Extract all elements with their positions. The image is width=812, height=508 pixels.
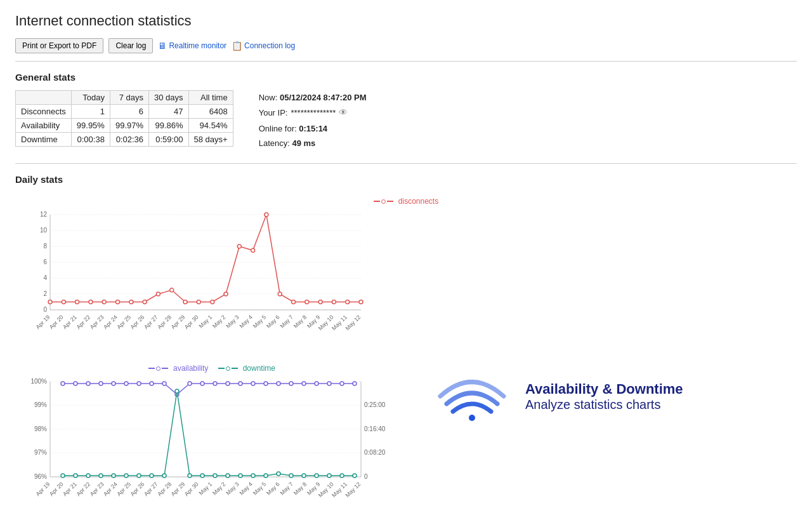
- cell-2-2: 0:02:36: [110, 133, 148, 147]
- svg-point-16: [48, 300, 52, 304]
- svg-text:2: 2: [43, 290, 47, 297]
- svg-point-116: [200, 474, 204, 478]
- bottom-row: availability downtime: [15, 352, 797, 508]
- svg-text:Apr 30: Apr 30: [183, 481, 200, 498]
- chart-grid: [50, 215, 361, 310]
- svg-point-117: [213, 474, 217, 478]
- log-icon: 📋: [232, 41, 242, 51]
- svg-point-102: [327, 382, 331, 385]
- svg-point-108: [99, 474, 103, 478]
- disconnects-dots: [48, 213, 363, 304]
- svg-point-89: [162, 382, 166, 385]
- svg-point-118: [226, 474, 230, 478]
- svg-point-39: [359, 300, 363, 304]
- online-value: 0:15:14: [299, 124, 327, 133]
- svg-text:May 1: May 1: [198, 481, 213, 497]
- cell-1-2: 99.97%: [110, 119, 148, 133]
- svg-text:0:08:20: 0:08:20: [364, 449, 386, 456]
- promo-text: Availability & Downtime Analyze statisti…: [525, 381, 683, 412]
- svg-text:Apr 28: Apr 28: [156, 314, 173, 331]
- svg-point-88: [150, 382, 154, 385]
- print-export-button[interactable]: Print or Export to PDF: [15, 38, 103, 53]
- svg-point-127: [340, 474, 344, 478]
- svg-text:Apr 20: Apr 20: [48, 314, 65, 331]
- svg-text:Apr 24: Apr 24: [102, 314, 119, 331]
- svg-point-119: [239, 474, 242, 478]
- svg-point-84: [99, 382, 103, 385]
- stats-divider: [15, 163, 797, 164]
- wifi-promo-icon: [434, 364, 510, 428]
- svg-text:Apr 29: Apr 29: [170, 314, 187, 331]
- availability-chart-container: availability downtime: [15, 362, 409, 508]
- col-header-alltime: All time: [188, 91, 233, 105]
- svg-text:May 7: May 7: [279, 314, 294, 330]
- page-title: Internet connection statistics: [15, 13, 797, 29]
- table-header-row: Today 7 days 30 days All time: [16, 91, 233, 105]
- cell-1-0: Availability: [16, 119, 72, 133]
- svg-text:0:25:00: 0:25:00: [364, 401, 386, 408]
- svg-text:Apr 28: Apr 28: [156, 481, 173, 498]
- svg-point-114: [175, 389, 179, 393]
- svg-point-120: [251, 474, 255, 478]
- toolbar-divider: [15, 61, 797, 62]
- promo-block: Availability & Downtime Analyze statisti…: [434, 364, 683, 428]
- svg-text:Apr 19: Apr 19: [35, 481, 51, 498]
- svg-point-36: [318, 300, 322, 304]
- svg-point-20: [102, 300, 106, 304]
- downtime-line: [63, 391, 355, 476]
- svg-point-106: [74, 474, 77, 478]
- svg-text:May 5: May 5: [252, 481, 267, 497]
- svg-text:Apr 30: Apr 30: [183, 314, 200, 331]
- svg-point-124: [302, 474, 306, 478]
- svg-point-125: [315, 474, 318, 478]
- stats-table-body: Disconnects16476408Availability99.95%99.…: [16, 105, 233, 147]
- svg-text:99%: 99%: [34, 401, 47, 408]
- downtime-legend-label: downtime: [243, 364, 275, 373]
- svg-point-112: [150, 474, 154, 478]
- svg-text:May 6: May 6: [265, 314, 280, 330]
- svg-point-83: [86, 382, 90, 385]
- col-header-7days: 7 days: [110, 91, 148, 105]
- online-row: Online for: 0:15:14: [259, 121, 367, 136]
- cell-0-2: 6: [110, 105, 148, 119]
- svg-point-110: [124, 474, 128, 478]
- connection-log-link[interactable]: 📋 Connection log: [232, 41, 295, 51]
- svg-point-31: [251, 249, 255, 253]
- svg-text:0: 0: [364, 473, 368, 480]
- svg-text:Apr 22: Apr 22: [75, 314, 91, 331]
- now-row: Now: 05/12/2024 8:47:20 PM: [259, 90, 367, 105]
- avail-grid: [50, 382, 361, 477]
- svg-point-25: [170, 288, 174, 292]
- x-axis-labels: Apr 19Apr 20Apr 21Apr 22Apr 23Apr 24Apr …: [35, 314, 362, 332]
- svg-point-128: [353, 474, 357, 478]
- clear-log-button[interactable]: Clear log: [108, 38, 153, 53]
- avail-y-right: 0 0:08:20 0:16:40 0:25:00: [364, 401, 386, 480]
- svg-point-87: [137, 382, 141, 385]
- svg-text:Apr 23: Apr 23: [89, 314, 105, 331]
- svg-point-99: [289, 382, 293, 385]
- svg-point-24: [156, 292, 160, 296]
- monitor-icon: 🖥: [158, 41, 167, 51]
- svg-point-126: [327, 474, 331, 478]
- cell-2-4: 58 days+: [188, 133, 233, 147]
- downtime-dots: [61, 389, 357, 478]
- svg-point-22: [129, 300, 133, 304]
- svg-text:Apr 26: Apr 26: [129, 481, 146, 498]
- reveal-ip-icon[interactable]: 👁: [339, 105, 348, 121]
- cell-1-4: 94.54%: [188, 119, 233, 133]
- cell-0-1: 1: [71, 105, 110, 119]
- svg-point-29: [224, 292, 228, 296]
- svg-point-34: [292, 300, 296, 304]
- avail-chart-legend: availability downtime: [15, 362, 409, 373]
- promo-line2: Analyze statistics charts: [525, 398, 683, 412]
- y-axis-labels: 0 2 4 6 8 10 12: [40, 211, 48, 313]
- svg-text:98%: 98%: [34, 425, 47, 432]
- svg-point-111: [137, 474, 141, 478]
- svg-point-100: [302, 382, 306, 385]
- realtime-monitor-link[interactable]: 🖥 Realtime monitor: [158, 41, 226, 51]
- cell-2-3: 0:59:00: [149, 133, 189, 147]
- disconnects-chart-legend: disconnects: [15, 195, 797, 206]
- svg-point-23: [143, 300, 147, 304]
- svg-point-32: [265, 213, 268, 217]
- svg-text:Apr 20: Apr 20: [48, 481, 65, 498]
